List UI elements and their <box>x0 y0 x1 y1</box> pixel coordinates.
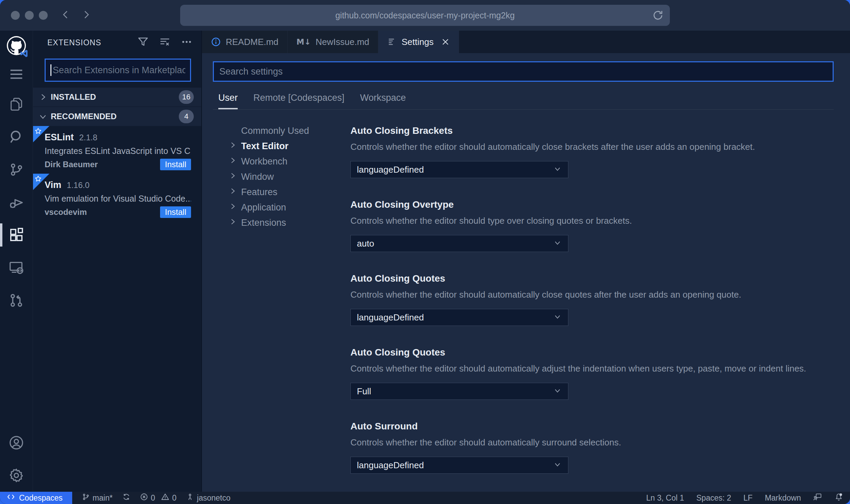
status-bar: Codespaces main* 0 0 jasonetco Ln 3, Col… <box>0 492 850 504</box>
setting-dropdown[interactable]: languageDefined <box>350 457 568 474</box>
setting-row: Auto Surround Controls whether the edito… <box>350 421 834 474</box>
toc-item[interactable]: Extensions <box>213 215 350 231</box>
dropdown-value: languageDefined <box>357 460 553 471</box>
tab-readme[interactable]: README.md <box>202 31 288 53</box>
scope-divider <box>213 109 834 110</box>
toc-label: Application <box>241 202 286 213</box>
setting-dropdown[interactable]: Full <box>350 383 568 400</box>
extensions-list: ESLint 2.1.8 Integrates ESLint JavaScrip… <box>33 126 201 492</box>
extensions-section-header[interactable]: RECOMMENDED 4 <box>33 107 201 126</box>
chevron-right-icon <box>229 141 241 152</box>
settings-scope-tab[interactable]: Remote [Codespaces] <box>253 93 344 110</box>
extensions-section-header[interactable]: INSTALLED 16 <box>33 87 201 107</box>
browser-chrome: github.com/codespaces/user-my-project-mg… <box>0 0 850 31</box>
extension-card[interactable]: ESLint 2.1.8 Integrates ESLint JavaScrip… <box>33 126 201 174</box>
settings-toc: Commonly Used Text Editor Workbench Wind… <box>213 122 350 492</box>
settings-scope-tab[interactable]: Workspace <box>360 93 406 110</box>
settings-scope-tabs: UserRemote [Codespaces]Workspace <box>218 93 834 110</box>
extensions-sidebar: EXTENSIONS Search Extensions in Marketpl… <box>33 31 202 492</box>
toc-label: Text Editor <box>241 141 288 152</box>
more-actions-icon[interactable] <box>181 36 192 49</box>
setting-title: Auto Closing Quotes <box>350 347 834 358</box>
install-button[interactable]: Install <box>160 206 191 218</box>
clear-search-results-icon[interactable] <box>159 36 171 49</box>
account-icon[interactable] <box>0 426 33 459</box>
install-button[interactable]: Install <box>160 159 191 170</box>
forward-icon[interactable] <box>81 10 91 21</box>
editor-area: README.md M↓ NewIssue.md Settings Search… <box>202 31 850 492</box>
setting-description: Controls whether the editor should type … <box>350 216 834 226</box>
sync-status-item[interactable] <box>122 493 130 503</box>
problems-status-item[interactable]: 0 0 <box>140 493 177 503</box>
extensions-search-input[interactable]: Search Extensions in Marketplace <box>45 59 191 82</box>
extension-description: Vim emulation for Visual Studio Code... <box>45 194 191 204</box>
bell-icon[interactable] <box>834 492 843 503</box>
setting-dropdown[interactable]: languageDefined <box>350 309 568 326</box>
toc-label: Extensions <box>241 218 286 228</box>
close-window-button[interactable] <box>11 11 20 20</box>
settings-search-placeholder: Search settings <box>219 66 283 77</box>
cursor-position[interactable]: Ln 3, Col 1 <box>646 493 684 503</box>
sidebar-title: EXTENSIONS <box>47 38 137 47</box>
chevron-right-icon <box>229 202 241 213</box>
extensions-sections: INSTALLED 16 RECOMMENDED 4 <box>33 87 201 126</box>
browser-window: github.com/codespaces/user-my-project-mg… <box>0 0 850 504</box>
setting-row: Auto Closing Quotes Controls whether the… <box>350 273 834 326</box>
minimize-window-button[interactable] <box>25 11 34 20</box>
codespaces-status-button[interactable]: Codespaces <box>0 492 72 504</box>
settings-scope-tab[interactable]: User <box>218 93 238 110</box>
run-debug-icon[interactable] <box>0 186 33 219</box>
extension-version: 2.1.8 <box>79 133 97 142</box>
menu-icon[interactable] <box>0 61 33 88</box>
settings-gear-icon[interactable] <box>0 459 33 492</box>
remote-explorer-icon[interactable] <box>0 251 33 284</box>
toc-item[interactable]: Application <box>213 200 350 215</box>
branch-status-item[interactable]: main* <box>82 493 113 503</box>
setting-title: Auto Closing Overtype <box>350 199 834 210</box>
extension-description: Integrates ESLint JavaScript into VS C..… <box>45 146 191 156</box>
source-control-icon[interactable] <box>0 153 33 186</box>
toc-item[interactable]: Text Editor <box>213 139 350 154</box>
reload-icon[interactable] <box>652 10 664 21</box>
user-status-item[interactable]: jasonetco <box>186 493 230 503</box>
extensions-icon[interactable] <box>0 219 33 251</box>
recommended-ribbon <box>33 126 49 142</box>
tab-label: Settings <box>402 37 434 47</box>
setting-row: Auto Closing Overtype Controls whether t… <box>350 199 834 252</box>
toc-label: Features <box>241 187 278 198</box>
tab-label: NewIssue.md <box>316 37 369 47</box>
back-icon[interactable] <box>61 10 71 21</box>
toc-item[interactable]: Commonly Used <box>213 123 350 139</box>
extension-card[interactable]: Vim 1.16.0 Vim emulation for Visual Stud… <box>33 174 201 221</box>
setting-dropdown[interactable]: languageDefined <box>350 161 568 178</box>
indentation[interactable]: Spaces: 2 <box>696 493 731 503</box>
window-controls[interactable] <box>11 11 48 20</box>
language-mode[interactable]: Markdown <box>765 493 801 503</box>
setting-dropdown[interactable]: auto <box>350 235 568 252</box>
toc-item[interactable]: Workbench <box>213 154 350 169</box>
address-bar[interactable]: github.com/codespaces/user-my-project-mg… <box>180 5 670 26</box>
maximize-window-button[interactable] <box>39 11 48 20</box>
tab-settings[interactable]: Settings <box>378 31 459 53</box>
toc-item[interactable]: Features <box>213 185 350 200</box>
eol-sequence[interactable]: LF <box>743 493 753 503</box>
extension-author: vscodevim <box>45 207 160 217</box>
explorer-icon[interactable] <box>0 88 33 121</box>
filter-icon[interactable] <box>137 36 149 49</box>
close-icon[interactable] <box>441 37 450 46</box>
vscode-icon <box>20 49 29 58</box>
setting-title: Auto Surround <box>350 421 834 432</box>
search-icon[interactable] <box>0 121 33 153</box>
settings-search-input[interactable]: Search settings <box>213 61 834 82</box>
section-count-badge: 4 <box>179 110 194 123</box>
feedback-icon[interactable] <box>813 492 822 503</box>
url-text: github.com/codespaces/user-my-project-mg… <box>335 11 515 20</box>
info-icon <box>211 37 221 47</box>
section-count-badge: 16 <box>179 90 194 104</box>
tab-newissue[interactable]: M↓ NewIssue.md <box>288 31 379 53</box>
tab-bar: README.md M↓ NewIssue.md Settings <box>202 31 850 53</box>
section-label: INSTALLED <box>51 92 179 102</box>
pull-requests-icon[interactable] <box>0 284 33 317</box>
toc-item[interactable]: Window <box>213 169 350 185</box>
codespaces-logo[interactable] <box>0 31 33 61</box>
